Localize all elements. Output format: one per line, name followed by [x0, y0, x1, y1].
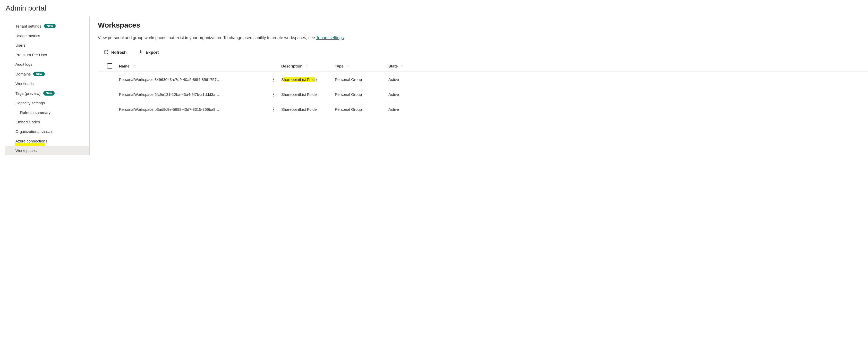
svg-point-6: [273, 107, 274, 108]
chevron-down-icon: [132, 64, 135, 68]
workspace-state: Active: [389, 107, 419, 112]
workspace-type: Personal Group: [335, 107, 389, 112]
new-badge: New: [33, 72, 45, 76]
table-row[interactable]: PersonalWorkspace b3ad9c9e-5698-43d7-831…: [98, 102, 868, 117]
table-header-row: Name Description Type: [98, 60, 868, 72]
sidebar-item-usage-metrics[interactable]: Usage metrics: [5, 31, 89, 40]
workspace-description: SharepointList Folder: [281, 77, 335, 82]
sidebar-item-label: Premium Per User: [16, 53, 47, 57]
column-name-label: Name: [119, 64, 129, 68]
page-description-suffix: .: [344, 36, 345, 40]
workspace-name: PersonalWorkspace 34963043-e7d9-40a5-89f…: [119, 77, 266, 82]
sidebar-item-premium-per-user[interactable]: Premium Per User: [5, 50, 89, 60]
more-options-button[interactable]: [266, 93, 281, 97]
workspace-type: Personal Group: [335, 92, 389, 97]
workspace-name: PersonalWorkspace b3ad9c9e-5698-43d7-831…: [119, 107, 266, 112]
sidebar-item-azure-connections[interactable]: Azure connections: [5, 136, 89, 146]
chevron-down-icon: [401, 64, 404, 68]
svg-point-3: [273, 93, 274, 93]
more-options-button[interactable]: [266, 77, 281, 82]
portal-title: Admin portal: [0, 0, 868, 17]
more-options-button[interactable]: [266, 107, 281, 112]
workspace-name: PersonalWorkspace 6fc9e131-12ba-43a4-9f7…: [119, 92, 266, 97]
column-header-state[interactable]: State: [389, 64, 419, 68]
workspace-description: SharepointList Folder: [281, 107, 335, 112]
new-badge: New: [43, 91, 55, 96]
column-description-label: Description: [281, 64, 303, 68]
svg-point-1: [273, 79, 274, 80]
sidebar-item-label: Tenant settings: [16, 24, 41, 28]
workspaces-table: Name Description Type: [98, 60, 868, 117]
sidebar-item-tenant-settings[interactable]: Tenant settingsNew: [5, 21, 89, 31]
workspace-state: Active: [389, 77, 419, 82]
table-row[interactable]: PersonalWorkspace 34963043-e7d9-40a5-89f…: [98, 72, 868, 87]
sidebar-item-label: Users: [16, 43, 26, 48]
sidebar-item-embed-codes[interactable]: Embed Codes: [5, 117, 89, 127]
refresh-icon: [103, 50, 109, 56]
column-header-type[interactable]: Type: [335, 64, 389, 68]
export-label: Export: [146, 50, 159, 55]
export-icon: [138, 50, 143, 56]
workspace-type: Personal Group: [335, 77, 389, 82]
tenant-settings-link[interactable]: Tenant settings: [316, 36, 344, 40]
sidebar-item-audit-logs[interactable]: Audit logs: [5, 60, 89, 69]
main-content: Workspaces View personal and group works…: [90, 17, 868, 155]
svg-point-0: [273, 77, 274, 78]
page-description-text: View personal and group workspaces that …: [98, 36, 316, 40]
workspace-state: Active: [389, 92, 419, 97]
sidebar-item-label: Usage metrics: [16, 33, 40, 38]
sidebar-item-label: Workspaces: [16, 148, 37, 153]
column-type-label: Type: [335, 64, 344, 68]
sidebar-item-label: Embed Codes: [16, 120, 40, 124]
select-all-checkbox[interactable]: [107, 63, 112, 68]
toolbar: Refresh Export: [98, 48, 868, 60]
export-button[interactable]: Export: [138, 50, 159, 56]
new-badge: New: [44, 24, 56, 28]
sidebar-item-workspaces[interactable]: Workspaces: [5, 146, 89, 155]
workspace-description: SharepointList Folder: [281, 92, 335, 97]
column-header-description[interactable]: Description: [281, 64, 335, 68]
sidebar-item-label: Organizational visuals: [16, 129, 53, 134]
sidebar-item-label: Workloads: [16, 82, 34, 86]
sidebar-item-users[interactable]: Users: [5, 40, 89, 50]
sidebar-item-label: Refresh summary: [20, 110, 51, 115]
svg-point-2: [273, 81, 274, 82]
sidebar-nav: Tenant settingsNewUsage metricsUsersPrem…: [0, 17, 90, 155]
sidebar-item-label: Domains: [16, 72, 31, 76]
chevron-down-icon: [346, 64, 349, 68]
sidebar-item-refresh-summary[interactable]: Refresh summary: [5, 108, 89, 117]
refresh-label: Refresh: [111, 50, 127, 55]
page-description: View personal and group workspaces that …: [98, 36, 868, 40]
svg-point-4: [273, 94, 274, 95]
page-title: Workspaces: [98, 21, 868, 29]
sidebar-item-organizational-visuals[interactable]: Organizational visuals: [5, 127, 89, 136]
sidebar-item-tags-preview-[interactable]: Tags (preview)New: [5, 88, 89, 98]
column-header-name[interactable]: Name: [119, 64, 266, 68]
sidebar-item-label: Capacity settings: [16, 101, 45, 105]
chevron-down-icon: [305, 64, 308, 68]
svg-point-5: [273, 96, 274, 96]
svg-point-7: [273, 109, 274, 110]
sidebar-item-label: Audit logs: [16, 62, 32, 66]
sidebar-item-label: Tags (preview): [16, 91, 41, 96]
sidebar-item-capacity-settings[interactable]: Capacity settings: [5, 98, 89, 108]
table-row[interactable]: PersonalWorkspace 6fc9e131-12ba-43a4-9f7…: [98, 87, 868, 102]
refresh-button[interactable]: Refresh: [103, 50, 127, 56]
svg-point-8: [273, 111, 274, 111]
more-vertical-icon: [273, 77, 274, 82]
sidebar-item-workloads[interactable]: Workloads: [5, 79, 89, 88]
more-vertical-icon: [273, 93, 274, 97]
sidebar-item-label: Azure connections: [16, 139, 47, 143]
more-vertical-icon: [273, 107, 274, 112]
column-state-label: State: [389, 64, 398, 68]
sidebar-item-domains[interactable]: DomainsNew: [5, 69, 89, 79]
